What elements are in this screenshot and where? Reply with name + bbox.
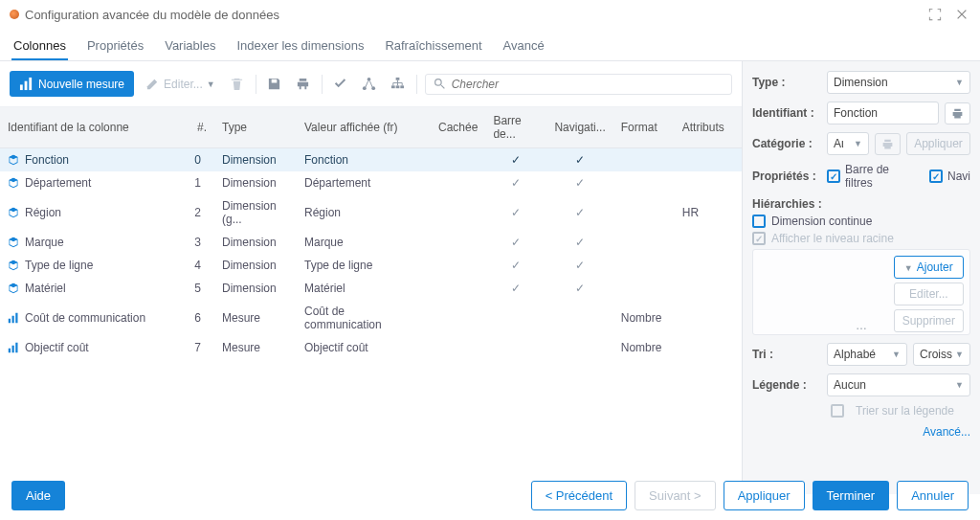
id-field[interactable]: Fonction xyxy=(827,102,939,124)
apply-button[interactable]: Appliquer xyxy=(724,481,805,510)
hierarchy-icon[interactable] xyxy=(388,74,409,95)
col-num[interactable]: #. xyxy=(182,107,214,148)
nav-label: Navi xyxy=(947,170,970,183)
table-row[interactable]: Matériel5DimensionMatériel✓✓ xyxy=(0,277,742,300)
col-type[interactable]: Type xyxy=(214,107,297,148)
cat-select[interactable]: Aι▼ xyxy=(827,132,869,155)
sort-on-legend-checkbox xyxy=(831,404,844,418)
showroot-label: Afficher le niveau racine xyxy=(771,232,894,245)
id-label: Identifiant : xyxy=(752,106,821,120)
type-select[interactable]: Dimension▼ xyxy=(827,71,970,94)
tab-indexer[interactable]: Indexer les dimensions xyxy=(234,33,366,60)
continuous-label: Dimension continue xyxy=(771,215,872,228)
tab-variables[interactable]: Variables xyxy=(163,33,217,60)
col-filterbar[interactable]: Barre de... xyxy=(485,107,546,148)
tab-avance[interactable]: Avancé xyxy=(501,33,546,60)
svg-rect-8 xyxy=(396,85,400,88)
cat-label: Catégorie : xyxy=(752,137,821,150)
sort-on-legend-label: Trier sur la légende xyxy=(856,404,954,418)
filterbar-label: Barre de filtres xyxy=(845,163,920,190)
tabs: Colonnes Propriétés Variables Indexer le… xyxy=(0,27,980,61)
search-input[interactable] xyxy=(425,74,732,95)
svg-rect-2 xyxy=(29,78,32,90)
table-row[interactable]: Coût de communication6MesureCoût de comm… xyxy=(0,300,742,336)
delete-icon[interactable] xyxy=(227,74,248,95)
props-label: Propriétés : xyxy=(752,170,821,183)
filterbar-checkbox[interactable]: ✓ xyxy=(827,170,840,183)
col-display[interactable]: Valeur affichée (fr) xyxy=(297,107,431,148)
new-measure-button[interactable]: Nouvelle mesure xyxy=(10,71,134,97)
prev-button[interactable]: < Précédent xyxy=(531,481,627,510)
columns-table: Identifiant de la colonne #. Type Valeur… xyxy=(0,107,742,359)
col-format[interactable]: Format xyxy=(613,107,675,148)
tab-proprietes[interactable]: Propriétés xyxy=(85,33,145,60)
id-print-icon[interactable] xyxy=(945,102,970,124)
hierarchy-list: ▼Ajouter Editer... Supprimer … xyxy=(752,249,970,335)
svg-rect-14 xyxy=(9,349,11,353)
hier-delete-button: Supprimer xyxy=(894,309,964,332)
col-id[interactable]: Identifiant de la colonne xyxy=(0,107,182,148)
close-icon[interactable] xyxy=(953,6,970,23)
svg-rect-11 xyxy=(9,319,11,324)
svg-rect-15 xyxy=(12,346,14,353)
svg-rect-1 xyxy=(25,81,28,90)
next-button: Suivant > xyxy=(635,481,716,510)
sort-label: Tri : xyxy=(752,348,821,361)
cat-print-icon xyxy=(875,133,901,155)
svg-rect-0 xyxy=(20,84,23,90)
legend-label: Légende : xyxy=(752,378,821,392)
advanced-link[interactable]: Avancé... xyxy=(752,425,970,439)
print-icon[interactable] xyxy=(293,74,314,95)
save-icon[interactable] xyxy=(264,74,285,95)
svg-rect-13 xyxy=(15,313,17,324)
svg-point-4 xyxy=(368,78,371,81)
col-attributes[interactable]: Attributs xyxy=(675,107,742,148)
tab-colonnes[interactable]: Colonnes xyxy=(11,33,68,60)
check-icon[interactable] xyxy=(330,74,351,95)
finish-button[interactable]: Terminer xyxy=(813,481,890,510)
nav-checkbox[interactable]: ✓ xyxy=(929,170,943,183)
table-row[interactable]: Type de ligne4DimensionType de ligne✓✓ xyxy=(0,254,742,277)
table-row[interactable]: Département1DimensionDépartement✓✓ xyxy=(0,171,742,194)
search-field[interactable] xyxy=(452,78,724,91)
tab-rafraichissement[interactable]: Rafraîchissement xyxy=(383,33,483,60)
cancel-button[interactable]: Annuler xyxy=(897,481,969,510)
svg-rect-12 xyxy=(12,316,14,324)
table-row[interactable]: Objectif coût7MesureObjectif coûtNombre xyxy=(0,336,742,359)
col-nav[interactable]: Navigati... xyxy=(546,107,612,148)
hier-add-button[interactable]: ▼Ajouter xyxy=(894,256,964,279)
table-row[interactable]: Fonction0DimensionFonction✓✓ xyxy=(0,148,742,172)
showroot-checkbox: ✓ xyxy=(752,232,766,245)
connections-icon[interactable] xyxy=(359,74,380,95)
window-title: Configuration avancée du modèle de donné… xyxy=(25,8,279,22)
properties-panel: Type : Dimension▼ Identifiant : Fonction… xyxy=(743,61,980,494)
table-row[interactable]: Région2Dimension (g...Région✓✓HR xyxy=(0,194,742,231)
hier-label: Hiérarchies : xyxy=(752,197,970,211)
app-logo-icon xyxy=(10,10,19,19)
edit-button[interactable]: Editer... ▼ xyxy=(142,73,219,95)
svg-rect-9 xyxy=(400,85,404,88)
ellipsis-icon: … xyxy=(856,319,867,332)
sort-dir-select[interactable]: Croiss▼ xyxy=(913,343,970,366)
sort-value-select[interactable]: Alphabé▼ xyxy=(827,343,907,366)
svg-rect-6 xyxy=(396,78,400,80)
continuous-checkbox[interactable] xyxy=(752,215,766,228)
hier-edit-button: Editer... xyxy=(894,283,964,305)
table-row[interactable]: Marque3DimensionMarque✓✓ xyxy=(0,231,742,254)
fullscreen-icon[interactable] xyxy=(926,6,944,23)
type-label: Type : xyxy=(752,76,821,89)
col-hidden[interactable]: Cachée xyxy=(431,107,485,148)
cat-apply-button: Appliquer xyxy=(906,132,970,155)
svg-point-10 xyxy=(434,79,441,86)
help-button[interactable]: Aide xyxy=(11,481,65,510)
svg-rect-7 xyxy=(391,85,395,88)
svg-rect-16 xyxy=(15,343,17,353)
legend-select[interactable]: Aucun▼ xyxy=(827,373,970,396)
